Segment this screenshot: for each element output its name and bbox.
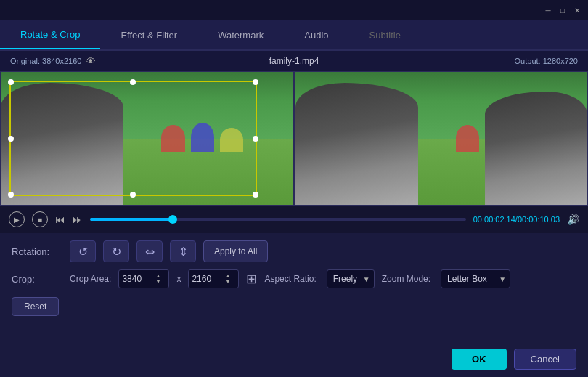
zoom-mode-select-wrapper: Letter Box Pan & Scan Full ▼ [441,269,510,288]
tab-rotate-crop[interactable]: Rotate & Crop [0,20,100,49]
playback-bar: ▶ ■ ⏮ ⏭ 00:00:02.14/00:00:10.03 🔊 [0,206,588,233]
stop-button[interactable]: ■ [32,211,48,227]
flip-horizontal-button[interactable]: ⇔ [136,240,163,262]
title-bar: ─ □ ✕ [0,0,588,20]
crop-width-spinner[interactable]: ▲ ▼ [118,269,169,288]
video-area [0,71,588,206]
aspect-ratio-select[interactable]: Freely 16:9 4:3 1:1 9:16 [327,269,375,288]
original-resolution: Original: 3840x2160 [10,57,81,65]
cancel-button[interactable]: Cancel [514,349,576,370]
x-separator: x [176,274,181,284]
minimize-button[interactable]: ─ [543,5,553,15]
progress-thumb[interactable] [168,215,177,224]
crop-label: Crop: [12,274,62,285]
crop-height-down[interactable]: ▼ [225,279,230,285]
rotate-left-button[interactable]: ↺ [70,240,96,262]
tab-subtitle[interactable]: Subtitle [349,20,421,49]
aspect-ratio-label: Aspect Ratio: [264,274,316,284]
crop-area-label: Crop Area: [70,274,111,284]
crop-fit-icon: ⊞ [246,271,257,287]
crop-row: Crop: Crop Area: ▲ ▼ x ▲ ▼ ⊞ Aspect Rati… [12,269,576,288]
progress-fill [90,218,173,221]
bottom-bar: OK Cancel [0,341,588,377]
eye-icon[interactable]: 👁 [86,55,96,67]
play-button[interactable]: ▶ [9,211,25,227]
crop-height-spinner[interactable]: ▲ ▼ [188,269,239,288]
next-frame-button[interactable]: ⏭ [73,214,83,225]
rotation-row: Rotation: ↺ ↻ ⇔ ⇕ Apply to All [12,240,576,262]
crop-width-input[interactable] [122,274,155,284]
crop-height-input[interactable] [192,274,225,284]
crop-width-up[interactable]: ▲ [155,273,160,279]
controls-area: Rotation: ↺ ↻ ⇔ ⇕ Apply to All Crop: Cro… [0,233,588,323]
video-panel-original [0,71,294,206]
output-resolution: Output: 1280x720 [515,57,578,65]
maximize-button[interactable]: □ [558,5,568,15]
ok-button[interactable]: OK [452,349,507,370]
tab-audio[interactable]: Audio [284,20,348,49]
zoom-mode-label: Zoom Mode: [382,274,430,284]
rotate-right-button[interactable]: ↻ [103,240,129,262]
file-name: family-1.mp4 [269,56,319,66]
close-button[interactable]: ✕ [572,5,582,15]
reset-button[interactable]: Reset [12,297,59,316]
apply-to-all-button[interactable]: Apply to All [203,240,268,262]
rotation-label: Rotation: [12,246,62,257]
aspect-ratio-select-wrapper: Freely 16:9 4:3 1:1 9:16 ▼ [327,269,375,288]
crop-height-up[interactable]: ▲ [225,273,230,279]
flip-vertical-button[interactable]: ⇕ [170,240,196,262]
tab-bar: Rotate & Crop Effect & Filter Watermark … [0,20,588,51]
volume-icon[interactable]: 🔊 [567,214,579,225]
prev-frame-button[interactable]: ⏮ [55,214,65,225]
crop-width-down[interactable]: ▼ [155,279,160,285]
tab-watermark[interactable]: Watermark [197,20,284,49]
tab-effect-filter[interactable]: Effect & Filter [100,20,197,49]
video-panel-output [295,71,589,206]
progress-track[interactable] [90,218,466,221]
info-bar: Original: 3840x2160 👁 family-1.mp4 Outpu… [0,51,588,71]
time-display: 00:00:02.14/00:00:10.03 [473,215,560,224]
zoom-mode-select[interactable]: Letter Box Pan & Scan Full [441,269,510,288]
